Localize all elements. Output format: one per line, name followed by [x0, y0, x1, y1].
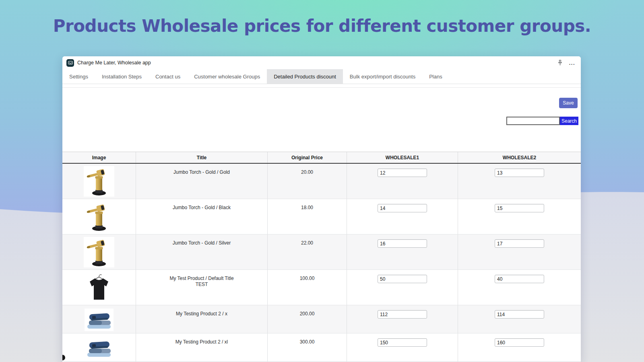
table-row: Jumbo Torch - Gold / Gold 20.00 — [62, 164, 581, 199]
tab-plans[interactable]: Plans — [422, 69, 449, 84]
product-title: My Testing Product 2 / x — [136, 311, 267, 317]
app-window: Charge Me Later, Wholesale app ... Setti… — [62, 56, 581, 362]
original-price: 18.00 — [268, 199, 347, 234]
table-row: Jumbo Torch - Gold / Black 18.00 — [62, 199, 581, 234]
wholesale1-input[interactable] — [378, 310, 427, 319]
product-subtitle: TEST — [136, 282, 267, 288]
tab-customer-wholesale-groups[interactable]: Customer wholesale Groups — [187, 69, 267, 84]
column-header-image: Image — [62, 152, 136, 163]
table-row: Jumbo Torch - Gold / Silver 22.00 — [62, 234, 581, 270]
search-input[interactable] — [506, 117, 560, 125]
app-title: Charge Me Later, Wholesale app — [77, 60, 557, 66]
wholesale2-input[interactable] — [495, 310, 544, 319]
folded-jeans-photo — [85, 337, 114, 359]
window-header: Charge Me Later, Wholesale app ... — [62, 56, 581, 69]
table-row: My Testing Product 2 / x 200.00 — [62, 305, 581, 333]
product-title: My Testing Product 2 / xl — [136, 339, 267, 345]
wholesale2-input[interactable] — [495, 169, 544, 177]
tab-installation-steps[interactable]: Installation Steps — [95, 69, 149, 84]
table-body: Jumbo Torch - Gold / Gold 20.00 — [62, 164, 581, 362]
save-button[interactable]: Save — [559, 98, 578, 108]
original-price: 22.00 — [268, 234, 347, 269]
divider — [62, 87, 581, 88]
tab-contact-us[interactable]: Contact us — [149, 69, 187, 84]
pushpin-icon[interactable] — [557, 60, 563, 66]
table-row: My Testing Product 2 / xl 300.00 — [62, 333, 581, 362]
ellipsis-icon[interactable]: ... — [569, 60, 575, 66]
gold-torch-photo — [84, 237, 114, 267]
wholesale1-input[interactable] — [378, 239, 427, 248]
folded-jeans-photo — [85, 309, 114, 331]
original-price: 200.00 — [268, 305, 347, 333]
original-price: 100.00 — [268, 270, 347, 305]
product-title: Jumbo Torch - Gold / Gold — [136, 169, 267, 175]
wholesale2-input[interactable] — [495, 239, 544, 248]
wholesale2-input[interactable] — [495, 204, 544, 212]
original-price: 300.00 — [268, 333, 347, 361]
column-header-title: Title — [136, 152, 268, 163]
wholesale2-input[interactable] — [495, 275, 544, 283]
gold-torch-photo — [84, 202, 114, 232]
column-header-wholesale1: WHOLESALE1 — [347, 152, 458, 163]
tab-bulk-export-import-discounts[interactable]: Bulk export/import discounts — [343, 69, 422, 84]
content-area: Save Search Image Title Original Price W… — [62, 84, 581, 362]
gold-torch-photo — [84, 166, 114, 197]
wholesale1-input[interactable] — [378, 204, 427, 212]
tab-bar: SettingsInstallation StepsContact usCust… — [62, 69, 581, 84]
wholesale1-input[interactable] — [378, 338, 427, 347]
wholesale1-input[interactable] — [378, 169, 427, 177]
tab-detailed-products-discount[interactable]: Detailed Products discount — [267, 69, 343, 84]
original-price: 20.00 — [268, 164, 347, 199]
product-title: My Test Product / Default Title — [136, 276, 267, 282]
black-tshirt-photo — [84, 272, 114, 303]
page-title: Products Wholesale prices for different … — [0, 16, 644, 36]
column-header-original-price: Original Price — [268, 152, 347, 163]
product-title: Jumbo Torch - Gold / Black — [136, 205, 267, 211]
products-table: Image Title Original Price WHOLESALE1 WH… — [62, 152, 581, 362]
tab-settings[interactable]: Settings — [62, 69, 95, 84]
charge-me-later-app-icon — [66, 59, 74, 67]
column-header-wholesale2: WHOLESALE2 — [458, 152, 581, 163]
wholesale1-input[interactable] — [378, 275, 427, 283]
product-title: Jumbo Torch - Gold / Silver — [136, 240, 267, 246]
search-button[interactable]: Search — [560, 117, 578, 125]
wholesale2-input[interactable] — [495, 338, 544, 347]
table-header-row: Image Title Original Price WHOLESALE1 WH… — [62, 152, 581, 164]
table-row: My Test Product / Default Title TEST 100… — [62, 270, 581, 305]
